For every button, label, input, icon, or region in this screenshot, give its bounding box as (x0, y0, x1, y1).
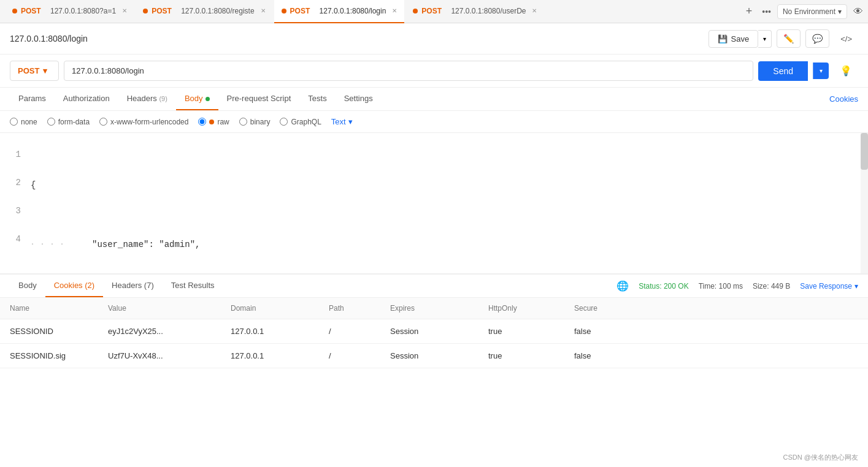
send-button[interactable]: Send (758, 61, 808, 81)
status-size: Size: 449 B (753, 282, 790, 290)
table-row: SESSIONID.sig Uzf7U-XvX48... 127.0.0.1 /… (0, 344, 868, 368)
resp-tab-body[interactable]: Body (10, 275, 45, 297)
code-key-1: "user_name": "admin", (92, 230, 200, 259)
th-expires: Expires (390, 304, 488, 313)
tab-1-label: POST (21, 7, 41, 15)
td-path-2: / (329, 351, 390, 360)
tab-1-close[interactable]: ✕ (122, 7, 127, 14)
tab-prerequest[interactable]: Pre-request Script (218, 88, 300, 110)
code-line-1: { (31, 171, 868, 199)
cookies-table: Name Value Domain Path Expires HttpOnly … (0, 298, 868, 368)
method-selector[interactable]: POST ▾ (10, 61, 59, 81)
text-type-dropdown[interactable]: Text ▾ (331, 117, 353, 126)
url-input[interactable] (64, 61, 753, 81)
method-label: POST (18, 66, 39, 75)
tab-body[interactable]: Body (176, 88, 218, 110)
line-num-1: 1 (0, 140, 21, 169)
comment-icon-button[interactable]: 💬 (805, 29, 829, 48)
form-data-radio[interactable] (47, 118, 55, 126)
code-view-button[interactable]: </> (834, 31, 858, 47)
resp-tab-cookies-label: Cookies (2) (54, 281, 94, 290)
form-data-option[interactable]: form-data (47, 118, 90, 126)
environment-selector[interactable]: No Environment ▾ (777, 4, 847, 19)
cookies-link[interactable]: Cookies (829, 94, 858, 104)
tab-2-label: POST (152, 7, 172, 15)
resp-tab-cookies[interactable]: Cookies (2) (45, 275, 103, 297)
request-header: 127.0.0.1:8080/login 💾 Save ▾ ✏️ 💬 </> (0, 23, 868, 55)
tab-2-close[interactable]: ✕ (261, 7, 266, 14)
tab-dot-3 (282, 9, 286, 13)
resp-tab-headers[interactable]: Headers (7) (103, 275, 163, 297)
raw-label: raw (217, 118, 229, 126)
response-tabs: Body Cookies (2) Headers (7) Test Result… (0, 275, 868, 298)
none-radio[interactable] (10, 118, 18, 126)
raw-radio[interactable] (198, 118, 206, 126)
tab-3-url: 127.0.0.1:8080/login (320, 7, 386, 15)
tab-4[interactable]: POST 127.0.0.1:8080/userDe ✕ (405, 0, 544, 23)
tab-3[interactable]: POST 127.0.0.1:8080/login ✕ (274, 0, 405, 23)
td-path-1: / (329, 327, 390, 336)
th-httponly: HttpOnly (488, 304, 574, 313)
save-dropdown-button[interactable]: ▾ (758, 30, 772, 48)
new-tab-button[interactable]: + (742, 5, 756, 18)
edit-icon-button[interactable]: ✏️ (777, 29, 801, 48)
tab-bar: POST 127.0.0.1:8080?a=1 ✕ POST 127.0.0.1… (0, 0, 868, 23)
urlencoded-radio[interactable] (99, 118, 107, 126)
dots-2: · · · · (31, 230, 65, 259)
tab-params[interactable]: Params (10, 88, 55, 110)
tab-authorization-label: Authorization (63, 94, 110, 103)
urlencoded-option[interactable]: x-www-form-urlencoded (99, 118, 188, 126)
response-status-bar: 🌐 Status: 200 OK Time: 100 ms Size: 449 … (616, 280, 858, 292)
globe-icon[interactable]: 🌐 (616, 280, 629, 292)
tab-headers[interactable]: Headers (9) (118, 88, 176, 110)
th-secure: Secure (574, 304, 648, 313)
response-section: Body Cookies (2) Headers (7) Test Result… (0, 274, 868, 368)
tab-2[interactable]: POST 127.0.0.1:8080/registe ✕ (136, 0, 272, 23)
eye-icon[interactable]: 👁 (853, 6, 863, 17)
code-lines-container: 1 2 3 4 { · · · · "user_name": "admin", … (0, 133, 868, 273)
tab-settings[interactable]: Settings (336, 88, 382, 110)
graphql-radio[interactable] (280, 118, 288, 126)
tab-params-label: Params (18, 94, 46, 103)
size-value: 449 B (771, 282, 790, 290)
save-label: Save (731, 34, 750, 44)
binary-radio[interactable] (239, 118, 247, 126)
form-data-label: form-data (58, 118, 90, 126)
td-expires-2: Session (390, 351, 488, 360)
tab-1[interactable]: POST 127.0.0.1:8080?a=1 ✕ (5, 0, 134, 23)
save-response-button[interactable]: Save Response ▾ (800, 282, 858, 290)
tab-tests[interactable]: Tests (299, 88, 335, 110)
tab-4-close[interactable]: ✕ (532, 7, 537, 14)
send-dropdown-button[interactable]: ▾ (813, 63, 829, 79)
binary-option[interactable]: binary (239, 118, 271, 126)
save-button-group: 💾 Save ▾ (709, 30, 772, 48)
raw-option[interactable]: raw (198, 118, 229, 126)
code-scrollbar[interactable] (861, 133, 868, 273)
save-button[interactable]: 💾 Save (709, 30, 759, 48)
tab-2-url: 127.0.0.1:8080/registe (181, 7, 254, 15)
tab-dot-2 (143, 9, 148, 13)
code-content[interactable]: { · · · · "user_name": "admin", · · · · … (31, 133, 868, 273)
none-label: none (21, 118, 37, 126)
resp-tab-headers-label: Headers (7) (112, 281, 154, 290)
resp-tab-test-results[interactable]: Test Results (163, 275, 223, 297)
resp-tab-test-results-label: Test Results (171, 281, 215, 290)
code-editor[interactable]: 1 2 3 4 { · · · · "user_name": "admin", … (0, 133, 868, 274)
tab-authorization[interactable]: Authorization (55, 88, 118, 110)
line-num-4: 4 (0, 225, 21, 253)
graphql-label: GraphQL (291, 118, 321, 126)
tab-3-close[interactable]: ✕ (392, 7, 397, 14)
tab-dot-4 (413, 9, 418, 13)
none-option[interactable]: none (10, 118, 37, 126)
more-tabs-button[interactable]: ••• (762, 7, 771, 17)
text-type-label: Text (331, 117, 346, 126)
th-value: Value (108, 304, 231, 313)
th-path: Path (329, 304, 390, 313)
td-name-2: SESSIONID.sig (10, 351, 108, 360)
tab-tests-label: Tests (308, 94, 326, 103)
tab-3-label: POST (290, 7, 310, 15)
td-httponly-1: true (488, 327, 574, 336)
td-secure-1: false (574, 327, 648, 336)
lightbulb-icon-button[interactable]: 💡 (834, 61, 858, 80)
graphql-option[interactable]: GraphQL (280, 118, 321, 126)
